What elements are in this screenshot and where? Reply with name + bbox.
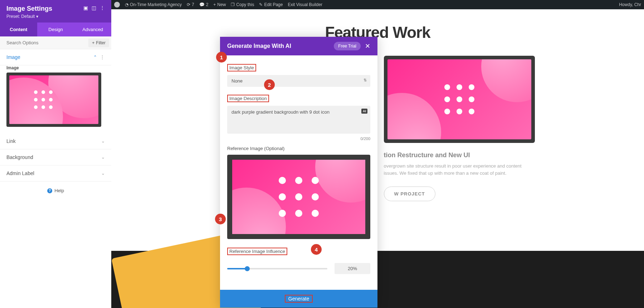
comment-icon: 💬 bbox=[199, 2, 205, 7]
slider-thumb[interactable] bbox=[245, 266, 250, 271]
free-trial-badge[interactable]: Free Trial bbox=[334, 42, 361, 50]
module-settings-panel: Image Settings Preset: Default ▾ ▣ ◫ ⋮ C… bbox=[0, 0, 111, 308]
close-icon[interactable]: ✕ bbox=[365, 42, 370, 50]
more-icon[interactable]: ⋮ bbox=[100, 5, 105, 11]
section-link-toggle[interactable]: Link⌄ bbox=[0, 133, 111, 149]
section-image-body: Image bbox=[0, 65, 111, 133]
layout-icon[interactable]: ◫ bbox=[92, 5, 96, 11]
panel-preset[interactable]: Preset: Default ▾ bbox=[6, 14, 52, 19]
refresh-icon: ⟳ bbox=[187, 2, 190, 7]
pencil-icon: ✎ bbox=[259, 2, 263, 7]
annotation-callout-2: 2 bbox=[264, 79, 275, 90]
updates-menu[interactable]: ⟳7 bbox=[187, 2, 194, 7]
card-right: tion Restructure and New UI overgrown si… bbox=[384, 56, 535, 201]
section-admin-label-toggle[interactable]: Admin Label⌄ bbox=[0, 165, 111, 182]
page-heading: Featured Work bbox=[111, 24, 644, 41]
reference-image-label: Reference Image (Optional) bbox=[227, 146, 370, 151]
influence-label: Reference Image Influence bbox=[227, 248, 287, 255]
generate-button[interactable]: Generate bbox=[285, 295, 313, 303]
plus-icon: + bbox=[213, 2, 216, 7]
image-style-select[interactable]: None bbox=[227, 75, 370, 87]
image-style-label: Image Style bbox=[227, 64, 256, 71]
image-field-label: Image bbox=[6, 65, 105, 70]
annotation-callout-3: 3 bbox=[215, 214, 226, 224]
influence-value: 20% bbox=[335, 263, 370, 274]
more-icon[interactable]: ⋮ bbox=[100, 54, 105, 60]
modal-header: Generate Image With AI Free Trial ✕ bbox=[220, 37, 377, 55]
influence-slider[interactable] bbox=[227, 268, 327, 269]
card-title: tion Restructure and New UI bbox=[384, 151, 535, 159]
dots-pattern-icon bbox=[34, 90, 53, 109]
view-project-button[interactable]: W PROJECT bbox=[384, 187, 435, 201]
ai-badge-icon[interactable]: AI bbox=[361, 109, 367, 114]
image-description-input[interactable]: dark purple gradient backgroudn with 9 d… bbox=[227, 106, 370, 134]
copy-this-link[interactable]: ❐Copy this bbox=[231, 2, 254, 7]
search-input[interactable] bbox=[6, 38, 88, 48]
chevron-up-icon: ⌃ bbox=[93, 55, 97, 60]
chevron-down-icon: ⌄ bbox=[101, 139, 105, 144]
modal-title: Generate Image With AI bbox=[227, 43, 291, 49]
new-content-menu[interactable]: +New bbox=[213, 2, 226, 7]
image-description-label: Image Description bbox=[227, 95, 269, 102]
help-link[interactable]: ?Help bbox=[0, 182, 111, 200]
section-background-toggle[interactable]: Background⌄ bbox=[0, 149, 111, 165]
tab-advanced[interactable]: Advanced bbox=[74, 23, 111, 36]
section-image-toggle[interactable]: Image ⌃⋮ bbox=[0, 49, 111, 65]
exit-visual-builder-link[interactable]: Exit Visual Builder bbox=[288, 2, 322, 7]
annotation-callout-4: 4 bbox=[311, 244, 322, 255]
copy-icon: ❐ bbox=[231, 2, 235, 7]
reference-image-preview[interactable] bbox=[227, 155, 370, 239]
comments-menu[interactable]: 💬2 bbox=[199, 2, 209, 7]
wp-admin-bar: ◔On-Time Marketing Agency ⟳7 💬2 +New ❐Co… bbox=[111, 0, 644, 9]
card-desc: overgrown site structure result in poor … bbox=[384, 163, 535, 177]
tab-content[interactable]: Content bbox=[0, 23, 37, 36]
search-row: +Filter bbox=[0, 36, 111, 49]
dots-pattern-icon bbox=[444, 84, 474, 114]
page-preview: Featured Work We Our using VIEW P tion R… bbox=[111, 9, 644, 308]
user-menu[interactable]: Howdy, Chr bbox=[619, 2, 641, 7]
generate-image-modal: Generate Image With AI Free Trial ✕ Imag… bbox=[220, 37, 377, 308]
chevron-down-icon: ⌄ bbox=[101, 155, 105, 160]
help-icon: ? bbox=[47, 188, 52, 193]
wp-logo-menu[interactable] bbox=[114, 2, 120, 8]
filter-button[interactable]: +Filter bbox=[88, 39, 109, 47]
char-count: 0/200 bbox=[227, 136, 370, 141]
wordpress-logo-icon bbox=[114, 2, 120, 8]
dots-pattern-icon bbox=[279, 177, 319, 217]
focus-icon[interactable]: ▣ bbox=[83, 5, 88, 11]
site-name-menu[interactable]: ◔On-Time Marketing Agency bbox=[125, 2, 182, 7]
panel-tabs: Content Design Advanced bbox=[0, 23, 111, 36]
image-preview[interactable] bbox=[6, 73, 101, 127]
annotation-callout-1: 1 bbox=[216, 52, 227, 63]
gauge-icon: ◔ bbox=[125, 2, 128, 7]
edit-page-link[interactable]: ✎Edit Page bbox=[259, 2, 283, 7]
tab-design[interactable]: Design bbox=[37, 23, 74, 36]
plus-icon: + bbox=[92, 40, 94, 45]
panel-header: Image Settings Preset: Default ▾ ▣ ◫ ⋮ bbox=[0, 0, 111, 23]
modal-footer: Generate bbox=[220, 290, 377, 308]
card-image bbox=[384, 56, 535, 143]
panel-title: Image Settings bbox=[6, 5, 52, 13]
chevron-down-icon: ⌄ bbox=[101, 171, 105, 176]
